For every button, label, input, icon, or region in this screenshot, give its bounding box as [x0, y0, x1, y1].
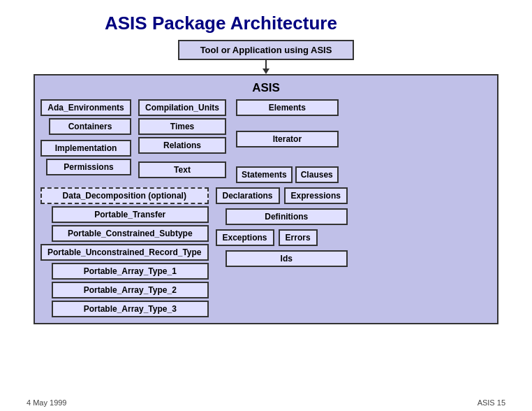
- text-box: Text: [138, 161, 226, 178]
- exceptions-box: Exceptions: [216, 229, 274, 246]
- errors-box: Errors: [279, 229, 318, 246]
- definitions-box: Definitions: [226, 208, 348, 225]
- clauses-box: Clauses: [295, 166, 339, 183]
- asis-title: ASIS: [40, 81, 492, 95]
- compilation-units-box: Compilation_Units: [138, 99, 226, 116]
- main-title: ASIS Package Architecture: [105, 13, 518, 34]
- asis-outer: ASIS Ada_Environments Containers Impleme…: [34, 74, 498, 324]
- svg-marker-1: [263, 68, 269, 74]
- elements-box: Elements: [236, 99, 339, 116]
- implementation-box: Implementation: [40, 140, 131, 157]
- declarations-box: Declarations: [216, 187, 280, 204]
- footer-date: 4 May 1999: [27, 398, 66, 407]
- footer-page: ASIS 15: [478, 398, 505, 407]
- arrow-down-icon: [259, 60, 273, 74]
- portable-unconstrained-box: Portable_Unconstrained_Record_Type: [40, 244, 209, 261]
- tool-box: Tool or Application using ASIS: [178, 40, 355, 60]
- permissions-box: Permissions: [46, 159, 131, 175]
- expressions-box: Expressions: [284, 187, 348, 204]
- statements-box: Statements: [236, 166, 293, 183]
- portable-array-2-box: Portable_Array_Type_2: [52, 282, 209, 298]
- portable-array-1-box: Portable_Array_Type_1: [52, 263, 209, 280]
- times-box: Times: [138, 118, 226, 135]
- relations-box: Relations: [138, 137, 226, 154]
- containers-box: Containers: [49, 118, 131, 135]
- data-decomposition-box: Data_Decomposition (optional): [40, 187, 209, 204]
- portable-array-3-box: Portable_Array_Type_3: [52, 301, 209, 317]
- page: ASIS Package Architecture Tool or Applic…: [0, 0, 532, 411]
- arrow-down: [14, 60, 518, 74]
- ids-box: Ids: [226, 250, 348, 267]
- iterator-box: Iterator: [236, 131, 339, 147]
- ada-environments-box: Ada_Environments: [40, 99, 131, 116]
- portable-constrained-box: Portable_Constrained_Subtype: [52, 225, 209, 242]
- portable-transfer-box: Portable_Transfer: [52, 206, 209, 223]
